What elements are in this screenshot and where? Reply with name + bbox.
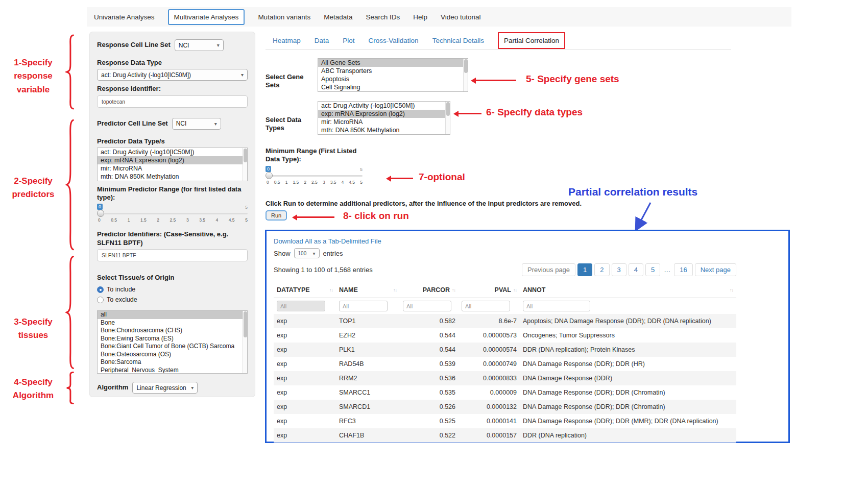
previous-page-button[interactable]: Previous page	[522, 263, 575, 276]
brace-step4	[65, 372, 75, 404]
algorithm-select[interactable]: Linear Regression ▾	[132, 382, 198, 394]
tab[interactable]: Plot	[343, 37, 354, 44]
tab[interactable]: Technical Details	[432, 37, 484, 44]
table-row[interactable]: exp TOP1 0.582 8.6e-7 Apoptosis; DNA Dam…	[274, 314, 736, 328]
show-entries-select[interactable]: 100 ▾	[294, 248, 320, 258]
listbox-option[interactable]: Apoptosis	[318, 75, 468, 83]
listbox-option[interactable]: exp: mRNA Expression (log2)	[98, 156, 247, 164]
column-header-pval[interactable]: PVAL	[495, 286, 511, 294]
listbox-option[interactable]: Bone	[98, 319, 247, 327]
column-header-name[interactable]: NAME	[339, 286, 358, 294]
column-header-annot[interactable]: ANNOT	[523, 286, 545, 294]
tab[interactable]: Partial Correlation	[498, 32, 565, 49]
listbox-option[interactable]: exp: mRNA Expression (log2)	[318, 110, 450, 118]
filter-pval-input[interactable]	[462, 301, 510, 311]
tab[interactable]: Heatmap	[273, 37, 301, 44]
nav-item[interactable]: Univariate Analyses	[94, 13, 155, 21]
filter-parcor-input[interactable]	[403, 301, 451, 311]
listbox-option[interactable]: mth: DNA 850K Methylation	[318, 126, 450, 134]
sort-icon[interactable]: ↑↓	[513, 287, 517, 292]
table-row[interactable]: exp SMARCC1 0.535 0.000009 DNA Damage Re…	[274, 385, 736, 400]
tab[interactable]: Data	[315, 37, 329, 44]
table-row[interactable]: exp CHAF1B 0.522 0.0000157 DDR (DNA repl…	[274, 428, 736, 443]
scrollbar[interactable]	[445, 102, 450, 134]
listbox-option[interactable]: act: Drug Activity (-log10[IC50M])	[318, 102, 450, 110]
scrollbar[interactable]	[243, 148, 247, 181]
filter-name-input[interactable]	[339, 301, 388, 311]
listbox-option[interactable]: Cell Signaling	[318, 83, 468, 91]
slider-track[interactable]	[97, 213, 248, 214]
sort-icon[interactable]: ↑↓	[452, 287, 455, 292]
listbox-option[interactable]: All Gene Sets	[318, 59, 468, 67]
sort-icon[interactable]: ↑↓	[730, 287, 733, 292]
download-link[interactable]: Download All as a Tab-Delimited File	[274, 237, 381, 245]
tab[interactable]: Cross-Validation	[369, 37, 419, 44]
listbox-option[interactable]: ABC Transporters	[318, 67, 468, 75]
tissue-include-radio[interactable]: To include	[97, 286, 248, 293]
listbox-option[interactable]: all	[98, 311, 247, 319]
cell-annot: DDR (DNA replication)	[520, 428, 736, 443]
scrollbar[interactable]	[463, 59, 468, 91]
nav-item[interactable]: Search IDs	[366, 13, 400, 21]
table-row[interactable]: exp RRM2 0.536 0.00000833 DNA Damage Res…	[274, 371, 736, 385]
page-number-button[interactable]: 16	[674, 263, 692, 276]
nav-item[interactable]: Multivariate Analyses	[168, 9, 245, 25]
response-identifier-input[interactable]	[97, 95, 248, 108]
min-range-slider[interactable]: 0 5 00.511.522.533.544.55	[266, 166, 363, 185]
page-number-button[interactable]: 3	[612, 263, 626, 276]
run-button[interactable]: Run	[266, 210, 287, 221]
radio-checked-icon[interactable]	[97, 286, 104, 293]
listbox-option[interactable]: Bone:Ewing Sarcoma (ES)	[98, 335, 247, 343]
column-header-parcor[interactable]: PARCOR	[423, 286, 450, 294]
page-number-button[interactable]: 2	[594, 263, 609, 276]
nav-item[interactable]: Metadata	[324, 13, 352, 21]
data-types-listbox[interactable]: act: Drug Activity (-log10[IC50M]) exp: …	[318, 101, 450, 135]
nav-item[interactable]: Mutation variants	[258, 13, 310, 21]
page-number-button[interactable]: 1	[577, 263, 592, 276]
scrollbar-thumb[interactable]	[446, 102, 450, 116]
page-number-button[interactable]: 4	[629, 263, 643, 276]
response-data-type-select[interactable]: act: Drug Activity (-log10[IC50M]) ▾	[97, 69, 248, 81]
table-row[interactable]: exp SMARCD1 0.526 0.0000132 DNA Damage R…	[274, 400, 736, 414]
slider-handle[interactable]	[97, 210, 104, 217]
tissue-exclude-radio[interactable]: To exclude	[97, 296, 248, 303]
filter-datatype-input[interactable]	[277, 301, 325, 311]
listbox-option[interactable]: mth: DNA 850K Methylation	[98, 173, 247, 181]
listbox-option[interactable]: Peripheral_Nervous_System	[98, 367, 247, 374]
table-row[interactable]: exp PLK1 0.544 0.00000574 DDR (DNA repli…	[274, 343, 736, 357]
column-header-datatype[interactable]: DATATYPE	[277, 286, 310, 294]
tissue-listbox[interactable]: all Bone Bone:Chondrosarcoma (CHS) Bone:…	[97, 310, 248, 374]
scrollbar-thumb[interactable]	[244, 149, 247, 162]
nav-item[interactable]: Video tutorial	[441, 13, 481, 21]
predictor-identifiers-input[interactable]	[97, 249, 248, 261]
listbox-option[interactable]: mir: MicroRNA	[98, 164, 247, 173]
page-number-button[interactable]: …	[662, 264, 672, 276]
radio-unchecked-icon[interactable]	[97, 297, 104, 303]
next-page-button[interactable]: Next page	[695, 263, 736, 276]
slider-track[interactable]	[266, 175, 363, 177]
nav-item[interactable]: Help	[413, 13, 427, 21]
table-row[interactable]: exp RFC3 0.525 0.0000141 DNA Damage Resp…	[274, 414, 736, 428]
sort-icon[interactable]: ↑↓	[329, 287, 333, 292]
table-row[interactable]: exp RAD54B 0.539 0.00000749 DNA Damage R…	[274, 357, 736, 371]
scrollbar[interactable]	[243, 311, 247, 373]
listbox-option[interactable]: Bone:Sarcoma	[98, 358, 247, 367]
page-number-button[interactable]: 5	[645, 263, 660, 276]
scrollbar-thumb[interactable]	[244, 311, 247, 337]
min-predictor-range-slider[interactable]: 0 5 00.511.522.533.544.55	[97, 204, 248, 223]
sort-icon[interactable]: ↑↓	[393, 287, 397, 292]
listbox-option[interactable]: act: Drug Activity (-log10[IC50M])	[98, 148, 247, 156]
filter-annot-input[interactable]	[523, 301, 590, 311]
listbox-option[interactable]: Bone:Osteosarcoma (OS)	[98, 351, 247, 359]
listbox-option[interactable]: mir: MicroRNA	[318, 118, 450, 126]
table-row[interactable]: exp EZH2 0.544 0.00000573 Oncogenes; Tum…	[274, 328, 736, 343]
listbox-option[interactable]: Bone:Chondrosarcoma (CHS)	[98, 327, 247, 335]
slider-handle[interactable]	[266, 172, 273, 179]
scrollbar-thumb[interactable]	[464, 59, 468, 73]
predictor-cell-line-set-select[interactable]: NCI ▾	[172, 118, 221, 130]
predictor-data-types-listbox[interactable]: act: Drug Activity (-log10[IC50M]) exp: …	[97, 148, 248, 181]
listbox-option[interactable]: Bone:Giant Cell Tumor of Bone (GCTB) Sar…	[98, 343, 247, 351]
response-cell-line-set-select[interactable]: NCI ▾	[175, 39, 224, 51]
gene-sets-listbox[interactable]: All Gene Sets ABC Transporters Apoptosis…	[318, 58, 468, 92]
cell-pval: 8.6e-7	[459, 314, 520, 328]
